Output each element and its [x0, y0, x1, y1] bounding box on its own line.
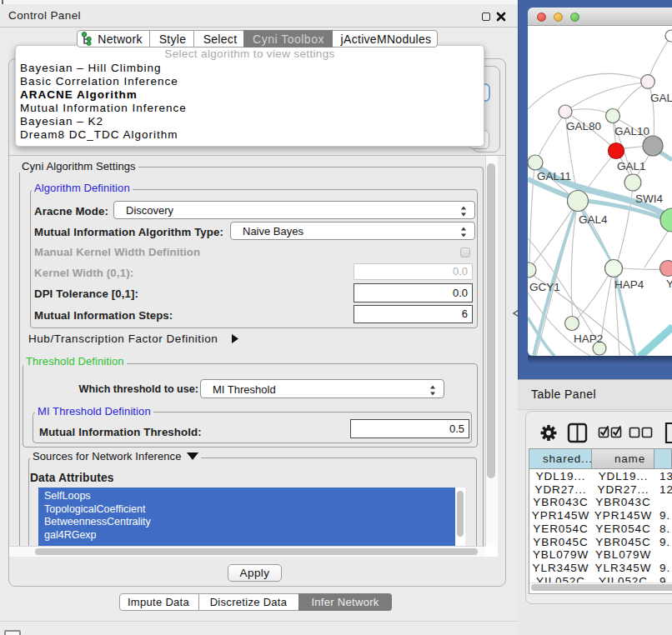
svg-text:GAL80: GAL80: [566, 120, 601, 132]
svg-text:GAL10: GAL10: [614, 125, 649, 138]
svg-text:HAP4: HAP4: [614, 278, 644, 291]
svg-text:GAL4: GAL4: [579, 213, 608, 226]
svg-text:GCY1: GCY1: [529, 281, 560, 293]
svg-text:SWI4: SWI4: [635, 192, 663, 205]
svg-text:HAP2: HAP2: [574, 332, 603, 345]
svg-text:GAL1: GAL1: [617, 160, 646, 172]
svg-text:GAL7: GAL7: [650, 92, 672, 104]
svg-text:GAL11: GAL11: [537, 170, 571, 182]
svg-text:Y: Y: [666, 278, 672, 290]
